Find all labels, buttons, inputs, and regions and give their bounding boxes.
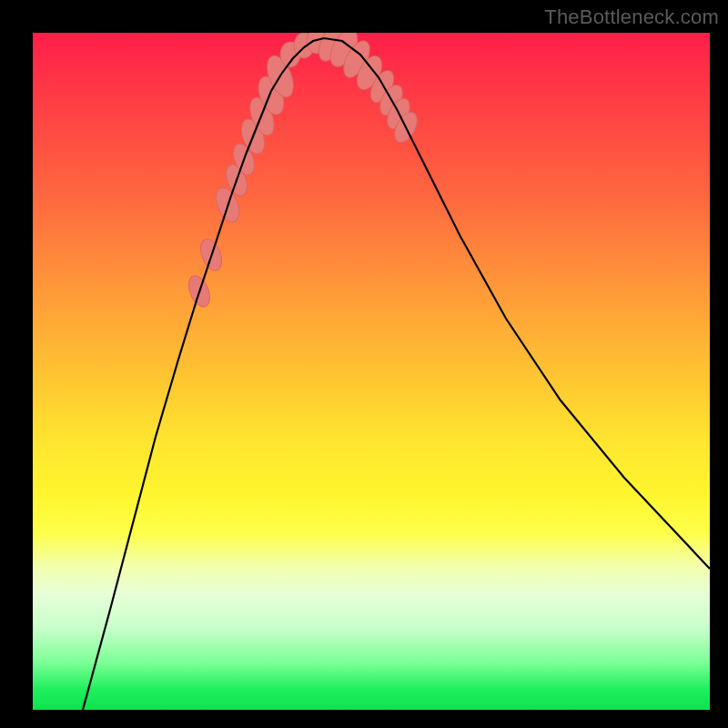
plot-area xyxy=(33,33,710,710)
curve-overlay xyxy=(33,33,710,710)
watermark-text: TheBottleneck.com xyxy=(544,5,719,29)
chart-frame: TheBottleneck.com xyxy=(0,0,728,728)
data-markers xyxy=(185,33,421,309)
